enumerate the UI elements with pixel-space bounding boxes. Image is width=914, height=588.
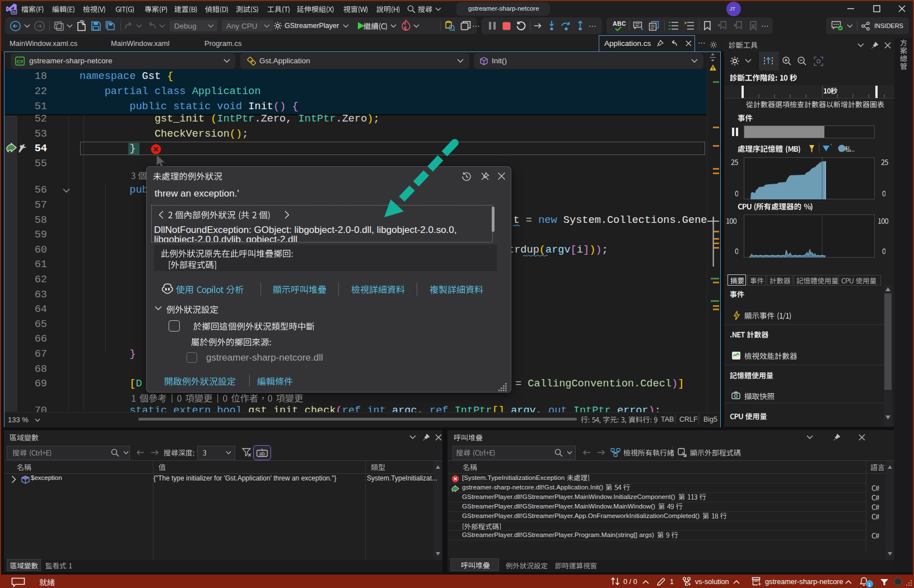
svg-text:IN: IN xyxy=(12,10,16,14)
svg-text:C#: C# xyxy=(17,59,24,64)
svg-text:ab: ab xyxy=(259,451,265,456)
